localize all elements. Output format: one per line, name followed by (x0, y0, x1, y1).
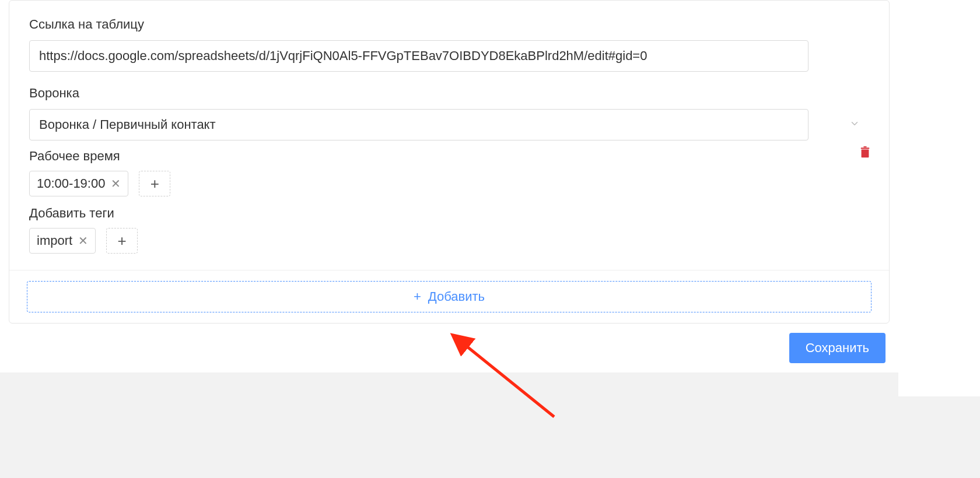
sheet-link-label: Ссылка на таблицу (29, 17, 869, 32)
tag-chip[interactable]: import ✕ (29, 228, 96, 254)
add-section-button[interactable]: + Добавить (27, 281, 872, 312)
plus-icon: + (150, 175, 159, 193)
funnel-label: Воронка (29, 86, 869, 101)
save-button[interactable]: Сохранить (789, 333, 886, 363)
work-hours-field: Рабочее время 10:00-19:00 ✕ + (29, 149, 869, 196)
add-work-hours-button[interactable]: + (139, 171, 170, 196)
sheet-link-field: Ссылка на таблицу (29, 17, 869, 72)
funnel-selected-value: Воронка / Первичный контакт (39, 117, 216, 132)
svg-rect-1 (861, 147, 870, 149)
tags-field: Добавить теги import ✕ + (29, 206, 869, 254)
tag-chip-text: import (37, 233, 72, 248)
svg-rect-2 (863, 146, 867, 147)
add-section-label: Добавить (428, 289, 485, 304)
tags-label: Добавить теги (29, 206, 869, 221)
close-icon[interactable]: ✕ (111, 178, 121, 189)
card-body: Ссылка на таблицу Воронка Воронка / Перв… (9, 1, 889, 270)
delete-button[interactable] (859, 145, 872, 161)
add-tag-button[interactable]: + (106, 228, 138, 254)
plus-icon: + (414, 289, 421, 304)
chevron-down-icon (849, 118, 860, 131)
svg-rect-0 (862, 149, 869, 157)
close-icon[interactable]: ✕ (78, 235, 88, 247)
actions-row: Сохранить (0, 324, 898, 372)
work-hours-chip[interactable]: 10:00-19:00 ✕ (29, 171, 128, 196)
settings-card: Ссылка на таблицу Воронка Воронка / Перв… (9, 0, 890, 324)
plus-icon: + (118, 232, 127, 250)
save-button-label: Сохранить (806, 340, 869, 355)
funnel-field: Воронка Воронка / Первичный контакт (29, 86, 869, 140)
right-gutter (898, 0, 980, 396)
work-hours-label: Рабочее время (29, 149, 869, 164)
page-container: Ссылка на таблицу Воронка Воронка / Перв… (0, 0, 898, 372)
trash-icon (859, 151, 872, 161)
funnel-select[interactable]: Воронка / Первичный контакт (29, 109, 808, 140)
card-footer: + Добавить (9, 270, 889, 323)
sheet-link-input[interactable] (29, 40, 808, 72)
work-hours-chip-text: 10:00-19:00 (37, 176, 105, 191)
